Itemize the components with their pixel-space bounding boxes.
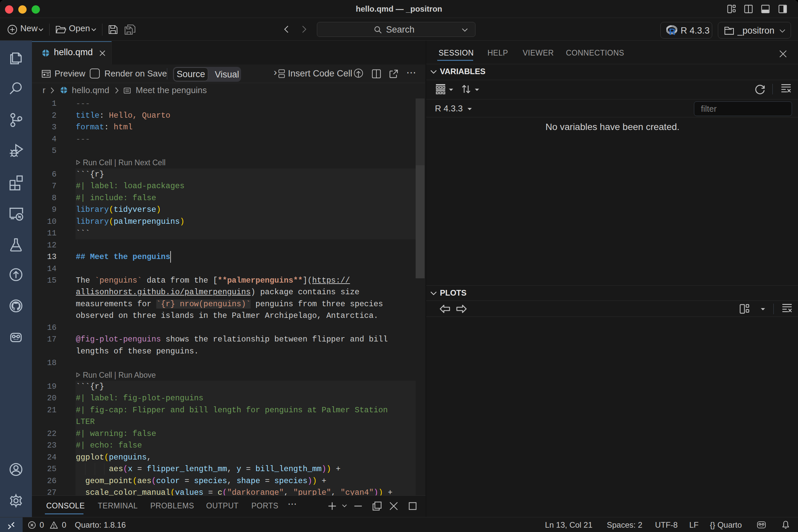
svg-text:R: R	[669, 27, 676, 36]
